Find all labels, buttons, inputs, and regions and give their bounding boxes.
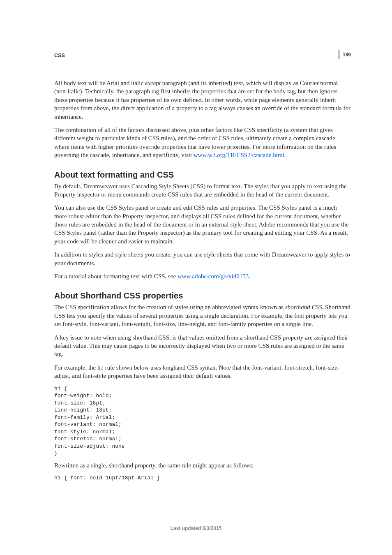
section-heading: About text formatting and CSS <box>54 170 351 180</box>
footer-last-updated: Last updated 6/3/2015 <box>0 525 392 531</box>
body-paragraph: For a tutorial about formatting text wit… <box>54 272 351 280</box>
body-paragraph: All body text will be Arial and italic e… <box>54 79 351 121</box>
body-paragraph: A key issue to note when using shorthand… <box>54 333 351 358</box>
emphasis-text: shorthand CSS <box>285 304 322 310</box>
code-block: h1 { font-weight: bold; font-size: 16pt;… <box>54 385 351 457</box>
code-block: h1 { font: bold 16pt/18pt Arial } <box>54 474 351 482</box>
body-paragraph: The CSS specification allows for the cre… <box>54 303 351 328</box>
body-paragraph: For example, the h1 rule shown below use… <box>54 363 351 380</box>
text-run: . <box>249 273 250 280</box>
body-paragraph: Rewritten as a single, shorthand propert… <box>54 461 351 469</box>
emphasis-text: except <box>145 80 161 86</box>
external-link[interactable]: www.w3.org/TR/CSS2/cascade.html <box>194 152 284 158</box>
text-run: The CSS specification allows for the cre… <box>54 304 285 310</box>
body-paragraph: By default, Dreamweaver uses Cascading S… <box>54 182 351 199</box>
text-run: All body text will be Arial and italic <box>54 80 145 86</box>
section-header-label: CSS <box>54 53 65 58</box>
section-heading: About Shorthand CSS properties <box>54 291 351 301</box>
external-link[interactable]: www.adobe.com/go/vid0153 <box>178 273 249 280</box>
text-run: For a tutorial about formatting text wit… <box>54 273 178 280</box>
body-paragraph: You can also use the CSS Styles panel to… <box>54 204 351 245</box>
text-run: . <box>284 152 286 158</box>
body-paragraph: The combination of all of the factors di… <box>54 126 351 160</box>
page-number: 189 <box>339 50 351 59</box>
body-paragraph: In addition to styles and style sheets y… <box>54 250 351 267</box>
